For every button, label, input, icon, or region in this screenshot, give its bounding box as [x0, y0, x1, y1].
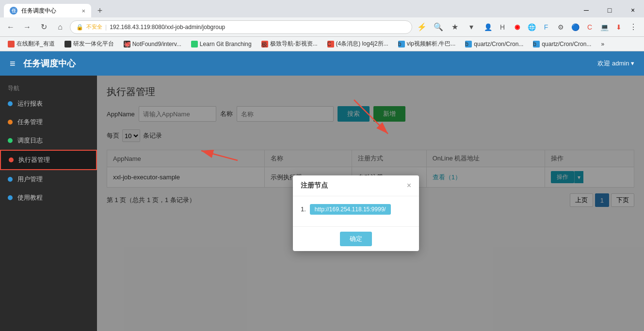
- url-separator: |: [105, 24, 107, 31]
- bookmark-favicon-2: [64, 41, 71, 47]
- sidebar-item-executor[interactable]: 执行器管理: [0, 150, 97, 170]
- url-text: 192.168.43.119:8080/xxl-job-admin/jobgro…: [110, 24, 225, 31]
- sidebar-dot-running: [8, 101, 13, 106]
- security-label: 不安全: [86, 23, 102, 31]
- security-lock-icon: 🔒: [76, 24, 83, 31]
- sidebar: 导航 运行报表 任务管理 调度日志 执行器管理 用户管理: [0, 76, 97, 331]
- confirm-button[interactable]: 确定: [340, 232, 372, 246]
- header-welcome[interactable]: 欢迎 admin ▾: [597, 59, 634, 68]
- bookmark-vip[interactable]: b vip视频解析,牛巴...: [394, 39, 460, 49]
- sidebar-dot-executor: [9, 158, 14, 162]
- bookmark-cron1[interactable]: b quartz/Cron/Cron...: [461, 40, 527, 48]
- modal-body: 1. http://169.254.118.15:9999/: [293, 196, 419, 226]
- bookmark-favicon-8: b: [465, 41, 472, 47]
- node-item-1: 1. http://169.254.118.15:9999/: [301, 204, 411, 215]
- bookmark-label: 在线翻泽_有道: [16, 40, 55, 48]
- refresh-button[interactable]: ↻: [37, 20, 50, 34]
- extension-icon-3[interactable]: ◉: [510, 20, 524, 34]
- bookmark-favicon-7: b: [398, 41, 405, 47]
- sidebar-item-user[interactable]: 用户管理: [0, 170, 97, 189]
- sidebar-label-schedule: 调度日志: [17, 136, 43, 145]
- sidebar-item-tutorial[interactable]: 使用教程: [0, 189, 97, 207]
- bookmark-label-7: vip视频解析,牛巴...: [407, 40, 456, 48]
- sidebar-dot-user: [8, 177, 13, 182]
- node-number: 1.: [301, 205, 306, 213]
- bookmark-label-8: quartz/Cron/Cron...: [474, 41, 523, 47]
- bookmark-label-6: (4条消息) log4j2所...: [336, 40, 388, 48]
- header-menu-icon[interactable]: ≡: [10, 58, 16, 69]
- bookmark-youdao[interactable]: 在线翻泽_有道: [4, 39, 59, 49]
- sidebar-dot-schedule: [8, 138, 13, 143]
- extension-icon-7[interactable]: 🔵: [568, 20, 582, 34]
- bookmark-log4j[interactable]: C (4条消息) log4j2所...: [323, 39, 392, 49]
- minimize-button[interactable]: ─: [575, 3, 597, 17]
- modal-close-button[interactable]: ×: [407, 181, 411, 190]
- modal-header: 注册节点 ×: [293, 175, 419, 196]
- bookmark-label-3: NotFound9/interv...: [132, 41, 181, 47]
- sidebar-item-running-report[interactable]: 运行报表: [0, 95, 97, 113]
- extension-icon-8[interactable]: C: [583, 20, 596, 34]
- sidebar-label-executor: 执行器管理: [18, 156, 50, 164]
- modal-title: 注册节点: [301, 181, 328, 190]
- star-icon[interactable]: ★: [448, 20, 462, 34]
- bookmark-favicon: [8, 41, 15, 47]
- new-tab-button[interactable]: +: [93, 4, 107, 17]
- bookmark-devops[interactable]: 研发一体化平台: [61, 39, 118, 49]
- main-content: 执行器管理 AppName 名称 搜索 新增 每页 10 20 50 条记录: [97, 76, 644, 331]
- sidebar-dot-tutorial: [8, 195, 13, 200]
- bookmark-label-4: Learn Git Branching: [200, 41, 252, 47]
- extension-icon-2[interactable]: H: [496, 20, 509, 34]
- modal-overlay[interactable]: 注册节点 × 1. http://169.254.118.15:9999/ 确定: [97, 76, 644, 331]
- bookmark-favicon-6: C: [327, 41, 334, 47]
- bookmark-label-more: »: [601, 41, 604, 47]
- bookmark-label-9: quartz/Cron/Cron...: [542, 41, 591, 47]
- sidebar-label-user: 用户管理: [17, 175, 43, 184]
- extension-icon-10[interactable]: ⬇: [612, 20, 626, 34]
- forward-button[interactable]: →: [20, 20, 34, 34]
- extension-icon-6[interactable]: ⚙: [554, 20, 567, 34]
- bookmark-git[interactable]: Learn Git Branching: [187, 40, 256, 48]
- menu-button[interactable]: ⋮: [627, 20, 640, 34]
- sidebar-label-task: 任务管理: [17, 118, 43, 126]
- sidebar-label-running: 运行报表: [17, 99, 43, 108]
- bookmark-favicon-5: 极: [261, 41, 268, 47]
- sidebar-nav-label: 导航: [0, 80, 97, 95]
- sidebar-dot-task: [8, 120, 13, 125]
- tab-title: 任务调度中心: [21, 7, 78, 15]
- extension-icon-5[interactable]: F: [539, 20, 553, 34]
- node-url-badge[interactable]: http://169.254.118.15:9999/: [310, 204, 391, 215]
- maximize-button[interactable]: □: [598, 3, 621, 17]
- extension-icon-1[interactable]: 👤: [481, 20, 495, 34]
- close-window-button[interactable]: ×: [622, 3, 644, 17]
- extension-icon-9[interactable]: 💻: [597, 20, 611, 34]
- search-icon[interactable]: 🔍: [432, 20, 445, 34]
- sidebar-item-task-management[interactable]: 任务管理: [0, 113, 97, 131]
- bookmark-label-5: 极致导航-影视资...: [270, 40, 318, 48]
- chevron-down-icon[interactable]: ▾: [465, 20, 478, 34]
- bookmark-video[interactable]: 极 极致导航-影视资...: [258, 39, 322, 49]
- app-header: ≡ 任务调度中心 欢迎 admin ▾: [0, 51, 644, 76]
- bookmark-notfound[interactable]: 🐙 NotFound9/interv...: [120, 40, 185, 48]
- svg-line-2: [354, 100, 388, 134]
- lightning-icon[interactable]: ⚡: [415, 20, 429, 34]
- sidebar-label-tutorial: 使用教程: [17, 193, 43, 202]
- browser-tab[interactable]: 任 任务调度中心 ×: [4, 4, 91, 17]
- back-button[interactable]: ←: [4, 20, 17, 34]
- bookmark-cron2[interactable]: b quartz/Cron/Cron...: [529, 40, 595, 48]
- app-title: 任务调度中心: [23, 58, 76, 69]
- bookmark-more[interactable]: »: [597, 40, 608, 48]
- svg-line-1: [201, 151, 238, 160]
- sidebar-item-schedule-log[interactable]: 调度日志: [0, 131, 97, 150]
- address-bar[interactable]: 🔒 不安全 | 192.168.43.119:8080/xxl-job-admi…: [70, 20, 412, 34]
- home-button[interactable]: ⌂: [53, 20, 67, 34]
- bookmark-label-2: 研发一体化平台: [73, 40, 114, 48]
- bookmark-favicon-3: 🐙: [124, 41, 130, 47]
- tab-favicon: 任: [10, 7, 17, 15]
- bookmark-favicon-4: [191, 41, 198, 47]
- bookmark-favicon-9: b: [533, 41, 540, 47]
- extension-icon-4[interactable]: 🌐: [525, 20, 538, 34]
- modal-dialog: 注册节点 × 1. http://169.254.118.15:9999/ 确定: [293, 175, 419, 251]
- modal-footer: 确定: [293, 226, 419, 251]
- window-controls: ─ □ ×: [575, 3, 644, 17]
- tab-close[interactable]: ×: [81, 7, 85, 15]
